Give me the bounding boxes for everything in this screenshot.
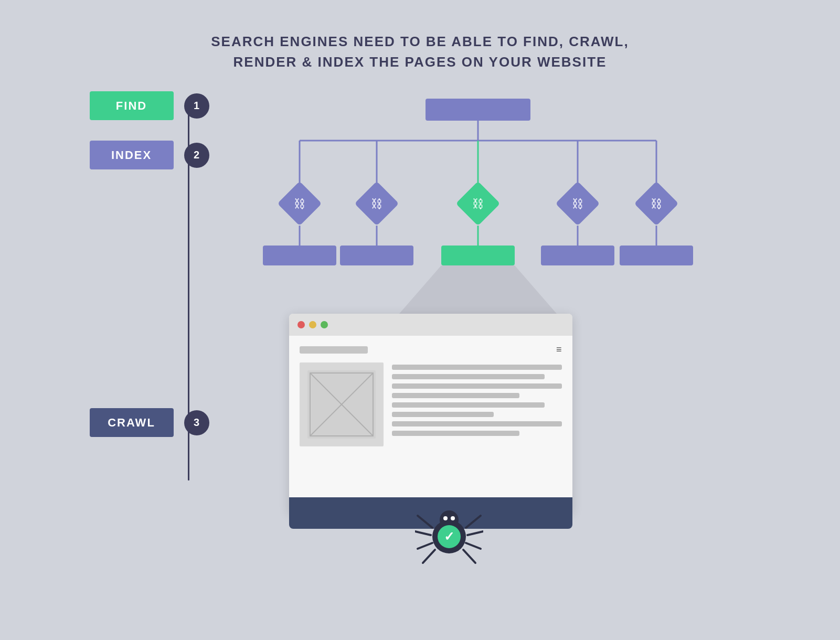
root-node [426, 99, 530, 121]
index-row: INDEX 2 [90, 141, 209, 169]
svg-text:✓: ✓ [444, 529, 454, 543]
svg-line-29 [466, 516, 481, 528]
image-placeholder [300, 362, 384, 446]
find-label: FIND [90, 91, 174, 120]
main-container: SEARCH ENGINES NEED TO BE ABLE TO FIND, … [0, 0, 840, 640]
content-area [300, 362, 562, 446]
svg-text:⛓: ⛓ [294, 197, 305, 210]
svg-point-33 [443, 516, 448, 520]
crawl-label: CRAWL [90, 408, 174, 437]
text-line-3 [392, 383, 562, 389]
svg-line-27 [418, 543, 432, 549]
crawl-row: CRAWL 3 [90, 408, 209, 437]
text-line-5 [392, 402, 545, 408]
text-line-4 [392, 393, 519, 398]
page-node-2 [340, 246, 413, 265]
text-line-7 [392, 421, 562, 426]
text-line-1 [392, 365, 562, 370]
diagram-area: FIND 1 INDEX 2 CRAWL [79, 83, 761, 607]
svg-point-34 [451, 516, 455, 520]
page-node-3 [441, 246, 515, 265]
nav-placeholder [300, 346, 368, 354]
svg-line-31 [466, 543, 481, 549]
svg-text:⛓: ⛓ [651, 197, 662, 210]
browser-nav-bar: ≡ [300, 344, 562, 355]
spider-svg: ✓ [415, 487, 483, 566]
left-labels: FIND 1 INDEX 2 CRAWL [79, 83, 247, 607]
text-lines [392, 362, 562, 446]
page-node-5 [620, 246, 693, 265]
browser-titlebar [289, 314, 572, 336]
svg-line-25 [418, 516, 432, 528]
text-line-2 [392, 374, 545, 379]
dot-yellow [309, 321, 316, 328]
dot-red [297, 321, 305, 328]
step-2-circle: 2 [184, 143, 209, 168]
image-x-icon [307, 370, 376, 439]
page-node-4 [541, 246, 614, 265]
dot-green [321, 321, 328, 328]
svg-line-26 [415, 531, 431, 535]
text-line-6 [392, 412, 494, 417]
svg-line-28 [423, 550, 435, 563]
step-3-circle: 3 [184, 410, 209, 435]
svg-text:⛓: ⛓ [472, 197, 484, 210]
page-title: SEARCH ENGINES NEED TO BE ABLE TO FIND, … [211, 31, 629, 72]
page-node-1 [263, 246, 336, 265]
find-row: FIND 1 [90, 91, 209, 120]
step-1-circle: 1 [184, 93, 209, 119]
svg-line-30 [467, 531, 483, 535]
svg-line-32 [463, 550, 475, 563]
hamburger-icon: ≡ [556, 344, 562, 355]
browser-window: ≡ [289, 314, 572, 513]
index-label: INDEX [90, 141, 174, 169]
svg-text:⛓: ⛓ [371, 197, 382, 210]
text-line-8 [392, 431, 519, 436]
funnel-shape [399, 265, 557, 314]
svg-text:⛓: ⛓ [572, 197, 583, 210]
